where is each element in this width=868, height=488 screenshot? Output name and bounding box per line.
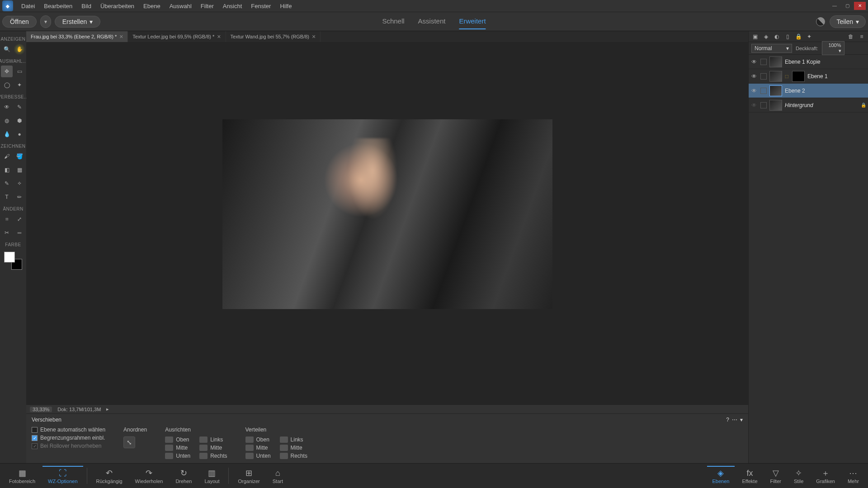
close-tab-icon[interactable]: × bbox=[312, 33, 316, 40]
distribute-top-button[interactable]: Oben bbox=[245, 436, 271, 443]
crop-tool[interactable]: ⌗ bbox=[1, 213, 13, 225]
lasso-tool[interactable]: ◯ bbox=[1, 79, 13, 91]
mask-icon[interactable]: ▯ bbox=[784, 33, 791, 40]
link-toggle[interactable] bbox=[760, 102, 767, 108]
align-bottom-button[interactable]: Unten bbox=[165, 453, 190, 459]
distribute-middle-button[interactable]: Mitte bbox=[245, 445, 271, 451]
open-dropdown[interactable]: ▾ bbox=[40, 15, 51, 28]
layer-row[interactable]: 👁 Hintergrund 🔒 bbox=[749, 98, 868, 113]
eye-tool[interactable]: 👁 bbox=[1, 101, 13, 113]
new-layer-icon[interactable]: ▣ bbox=[751, 33, 759, 40]
stamp-tool[interactable]: ⬢ bbox=[14, 115, 25, 127]
doc-tab-1[interactable]: Frau.jpg bei 33,3% (Ebene 2, RGB/8) *× bbox=[26, 31, 128, 42]
layer-row[interactable]: 👁 Ebene 1 Kopie bbox=[749, 55, 868, 69]
status-chevron-icon[interactable]: ▸ bbox=[106, 406, 109, 412]
doc-tab-2[interactable]: Textur Leder.jpg bei 69,5% (RGB/8) *× bbox=[128, 31, 226, 42]
close-tab-icon[interactable]: × bbox=[119, 33, 123, 40]
help-icon[interactable]: ? bbox=[726, 417, 729, 423]
checkbox-checked-icon[interactable]: ✓ bbox=[32, 435, 38, 441]
tab-schnell[interactable]: Schnell bbox=[382, 14, 404, 29]
sponge-tool[interactable]: ● bbox=[14, 128, 25, 140]
link-toggle[interactable] bbox=[760, 88, 767, 94]
link-toggle[interactable] bbox=[760, 59, 767, 65]
adjustment-icon[interactable]: ◐ bbox=[773, 33, 780, 40]
tab-erweitert[interactable]: Erweitert bbox=[459, 14, 486, 29]
foreground-color-swatch[interactable] bbox=[4, 252, 15, 263]
menu-ansicht[interactable]: Ansicht bbox=[218, 0, 247, 12]
menu-auswahl[interactable]: Auswahl bbox=[165, 0, 196, 12]
nav-drehen[interactable]: ↻Drehen bbox=[170, 466, 197, 486]
canvas[interactable] bbox=[222, 119, 552, 309]
layer-thumbnail[interactable] bbox=[769, 56, 782, 67]
marquee-tool[interactable]: ▭ bbox=[14, 66, 25, 77]
nav-grafiken[interactable]: ＋Grafiken bbox=[811, 466, 840, 486]
mask-link-icon[interactable]: ⬚ bbox=[785, 74, 789, 79]
collapse-icon[interactable]: ▾ bbox=[740, 417, 743, 423]
more-icon[interactable]: ⋯ bbox=[732, 417, 737, 423]
align-right-button[interactable]: Rechts bbox=[199, 453, 227, 459]
share-button[interactable]: Teilen ▾ bbox=[830, 15, 866, 28]
color-swatches[interactable] bbox=[4, 252, 22, 270]
layer-mask-thumbnail[interactable] bbox=[792, 71, 805, 82]
close-tab-icon[interactable]: × bbox=[217, 33, 221, 40]
visibility-toggle[interactable]: 👁 bbox=[750, 87, 758, 94]
fx-icon[interactable]: ✦ bbox=[806, 33, 813, 40]
trash-icon[interactable]: 🗑 bbox=[847, 33, 854, 40]
distribute-left-button[interactable]: Links bbox=[280, 436, 307, 443]
nav-start[interactable]: ⌂Start bbox=[267, 466, 288, 486]
nav-filter[interactable]: ▽Filter bbox=[765, 466, 787, 486]
layer-row-selected[interactable]: 👁 Ebene 2 bbox=[749, 84, 868, 98]
straighten-tool[interactable]: ═ bbox=[14, 227, 25, 239]
recompose-tool[interactable]: ⤢ bbox=[14, 213, 25, 225]
layer-name[interactable]: Hintergrund bbox=[785, 102, 858, 108]
nav-mehr[interactable]: ⋯Mehr bbox=[842, 466, 864, 486]
visibility-toggle[interactable]: 👁 bbox=[750, 73, 758, 80]
create-button[interactable]: Erstellen ▾ bbox=[55, 16, 100, 28]
menu-filter[interactable]: Filter bbox=[196, 0, 218, 12]
nav-stile[interactable]: ✧Stile bbox=[788, 466, 809, 486]
content-tool[interactable]: ✂ bbox=[1, 227, 13, 239]
layer-thumbnail[interactable] bbox=[769, 85, 782, 96]
opacity-input[interactable]: 100% ▾ bbox=[822, 41, 844, 55]
nav-organizer[interactable]: ⊞Organizer bbox=[232, 466, 265, 486]
minimize-button[interactable]: — bbox=[829, 2, 840, 10]
nav-effekte[interactable]: fxEffekte bbox=[736, 466, 763, 486]
default-colors-icon[interactable] bbox=[18, 252, 22, 256]
menu-datei[interactable]: Datei bbox=[17, 0, 39, 12]
blend-mode-select[interactable]: Normal▾ bbox=[751, 44, 792, 53]
nav-wz-optionen[interactable]: ⛶WZ-Optionen bbox=[42, 466, 83, 486]
open-button[interactable]: Öffnen bbox=[2, 16, 37, 28]
eyedropper-tool[interactable]: ✎ bbox=[1, 178, 13, 189]
panel-menu-icon[interactable]: ≡ bbox=[858, 33, 865, 40]
layer-name[interactable]: Ebene 2 bbox=[785, 88, 866, 94]
layer-name[interactable]: Ebene 1 bbox=[807, 73, 866, 80]
maximize-button[interactable]: ▢ bbox=[841, 2, 853, 10]
shape-tool[interactable]: ✧ bbox=[14, 178, 25, 189]
lock-icon[interactable]: 🔒 bbox=[795, 33, 802, 40]
link-toggle[interactable] bbox=[760, 73, 767, 80]
new-group-icon[interactable]: ◈ bbox=[762, 33, 769, 40]
nav-ebenen[interactable]: ◈Ebenen bbox=[707, 466, 735, 486]
align-center-button[interactable]: Mitte bbox=[199, 445, 227, 451]
nav-fotobereich[interactable]: ▦Fotobereich bbox=[4, 466, 41, 486]
canvas-area[interactable] bbox=[26, 42, 748, 404]
zoom-tool[interactable]: 🔍 bbox=[1, 43, 13, 55]
bucket-tool[interactable]: 🪣 bbox=[14, 150, 25, 162]
menu-bearbeiten[interactable]: Bearbeiten bbox=[39, 0, 77, 12]
layer-name[interactable]: Ebene 1 Kopie bbox=[785, 59, 866, 65]
menu-hilfe[interactable]: Hilfe bbox=[275, 0, 296, 12]
distribute-right-button[interactable]: Rechts bbox=[280, 453, 307, 459]
align-middle-button[interactable]: Mitte bbox=[165, 445, 190, 451]
tooth-tool[interactable]: ✎ bbox=[14, 101, 25, 113]
nav-rueckgaengig[interactable]: ↶Rückgängig bbox=[91, 466, 128, 486]
checkbox-icon[interactable] bbox=[32, 427, 38, 433]
theme-toggle-icon[interactable] bbox=[816, 17, 825, 26]
chk-bounding-box[interactable]: ✓Begrenzungsrahmen einbl. bbox=[32, 435, 105, 441]
distribute-center-button[interactable]: Mitte bbox=[280, 445, 307, 451]
align-left-button[interactable]: Links bbox=[199, 436, 227, 443]
pencil-tool[interactable]: ✏ bbox=[14, 191, 25, 203]
gradient-tool[interactable]: ▦ bbox=[14, 164, 25, 176]
zoom-level[interactable]: 33,33% bbox=[30, 407, 52, 412]
distribute-bottom-button[interactable]: Unten bbox=[245, 453, 271, 459]
eraser-tool[interactable]: ◧ bbox=[1, 164, 13, 176]
